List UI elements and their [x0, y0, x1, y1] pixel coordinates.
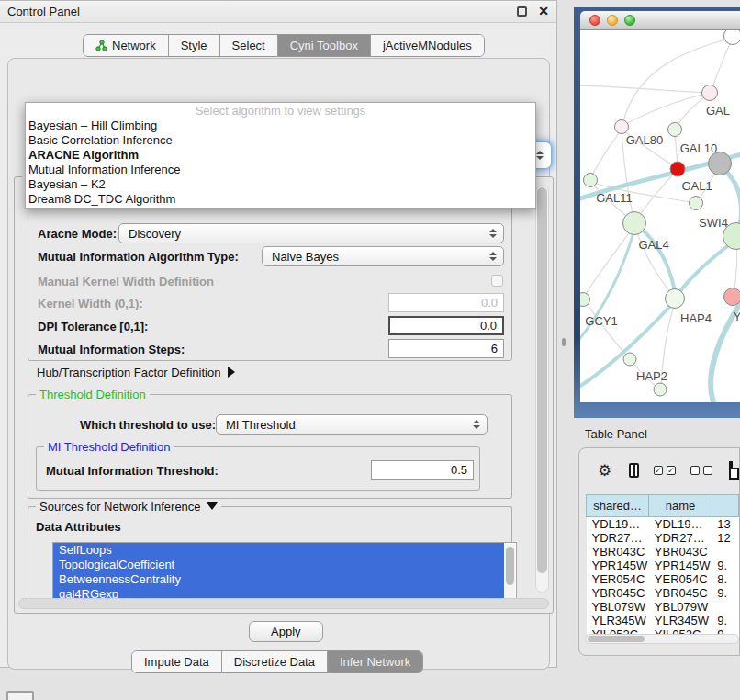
cell-value[interactable]: 12	[712, 531, 738, 545]
cell-shared[interactable]: YBL079W	[587, 600, 649, 614]
cell-value[interactable]: 13	[712, 517, 738, 532]
dropdown-item[interactable]: Bayesian – K2	[26, 177, 535, 192]
settings-vertical-scrollbar[interactable]	[535, 185, 549, 593]
table-row[interactable]: YER054CYER054C8.	[587, 572, 739, 586]
cell-value[interactable]: 9.	[712, 586, 738, 600]
gear-icon[interactable]: ⚙	[598, 463, 611, 479]
cell-name[interactable]: YDL19…	[649, 517, 712, 532]
network-node[interactable]	[701, 85, 718, 101]
tab-select[interactable]: Select	[219, 35, 277, 56]
column-header-name[interactable]: name	[649, 495, 712, 517]
tab-impute-data[interactable]: Impute Data	[132, 651, 221, 672]
cell-name[interactable]: YDR27…	[649, 531, 712, 545]
scrollbar-thumb[interactable]	[506, 547, 514, 585]
data-attributes-label: Data Attributes	[36, 520, 121, 534]
settings-horizontal-scrollbar[interactable]	[18, 598, 549, 609]
panel-divider-handle[interactable]	[562, 338, 566, 346]
list-item[interactable]: SelfLoops	[53, 543, 504, 558]
dropdown-item[interactable]: Basic Correlation Inference	[26, 133, 535, 148]
column-header-partial[interactable]	[712, 495, 738, 517]
table-row[interactable]: YDL19…YDL19…13	[587, 517, 739, 532]
close-icon[interactable]: ✕	[538, 6, 549, 17]
network-window-titlebar[interactable]	[580, 11, 740, 30]
cell-shared[interactable]: YDL19…	[587, 517, 649, 532]
control-panel-title: Control Panel	[7, 5, 80, 18]
cell-shared[interactable]: YBR045C	[587, 586, 649, 600]
deselect-all-checkboxes-icon[interactable]	[690, 466, 712, 475]
list-vertical-scrollbar[interactable]	[505, 544, 515, 601]
table-row[interactable]: YBR043CYBR043C	[587, 545, 739, 559]
window-close-icon[interactable]	[589, 15, 600, 26]
manual-kernel-checkbox[interactable]	[491, 275, 503, 287]
data-attributes-list[interactable]: SelfLoops TopologicalCoefficient Between…	[52, 542, 517, 601]
cell-shared[interactable]: YPR145W	[587, 559, 649, 572]
network-node[interactable]	[667, 122, 682, 137]
tab-network[interactable]: Network	[84, 35, 168, 56]
float-window-icon[interactable]	[517, 6, 527, 17]
scrollbar-thumb[interactable]	[588, 636, 645, 642]
cell-shared[interactable]: YBR043C	[587, 545, 649, 559]
table-row[interactable]: YDR27…YDR27…12	[587, 531, 739, 545]
which-threshold-combobox[interactable]: MI Threshold	[216, 414, 488, 435]
apply-button[interactable]: Apply	[249, 621, 323, 642]
cell-name[interactable]: YBR043C	[649, 545, 712, 559]
dropdown-placeholder: Select algorithm to view settings	[26, 103, 535, 119]
table-row[interactable]: YBR045CYBR045C9.	[587, 586, 739, 600]
table-row[interactable]: YLR345WYLR345W9.	[587, 614, 739, 627]
scrollbar-thumb[interactable]	[537, 187, 547, 573]
select-all-checkboxes-icon[interactable]: ✓ ✓	[654, 466, 676, 475]
cell-shared[interactable]: YLR345W	[587, 614, 649, 627]
cell-value[interactable]: 8.	[712, 572, 738, 586]
network-canvas[interactable]: GALGAL80GAL10GAL1GAL11SWI4GAL4GCY1HAP4YH…	[580, 30, 740, 402]
network-node[interactable]	[583, 173, 598, 187]
cell-value[interactable]: 9.	[712, 614, 738, 627]
tab-discretize-data[interactable]: Discretize Data	[221, 651, 327, 672]
window-minimize-icon[interactable]	[607, 15, 618, 26]
cell-value[interactable]	[712, 545, 738, 559]
new-table-icon[interactable]	[729, 461, 739, 480]
list-item[interactable]: TopologicalCoefficient	[53, 558, 504, 572]
network-node[interactable]	[723, 288, 740, 306]
dropdown-item-selected[interactable]: ARACNE Algorithm	[26, 148, 535, 163]
table-horizontal-scrollbar[interactable]	[585, 634, 739, 644]
table-row[interactable]: YBL079WYBL079W	[587, 600, 739, 614]
network-node[interactable]	[665, 288, 685, 309]
table-row[interactable]: YPR145WYPR145W9.	[587, 559, 739, 572]
network-node[interactable]	[723, 30, 740, 45]
cell-shared[interactable]: YDR27…	[587, 531, 649, 545]
aracne-mode-combobox[interactable]: Discovery	[118, 223, 504, 243]
mi-type-combobox[interactable]: Naive Bayes	[262, 246, 504, 266]
network-node[interactable]	[689, 196, 703, 210]
tab-style[interactable]: Style	[168, 35, 219, 56]
network-node[interactable]	[654, 383, 667, 397]
minimized-panel-icon[interactable]	[6, 691, 34, 700]
column-header-shared[interactable]: shared…	[587, 495, 649, 517]
mi-steps-field[interactable]: 6	[388, 339, 504, 358]
cell-name[interactable]: YER054C	[649, 572, 712, 586]
cell-value[interactable]: 9.	[712, 559, 738, 572]
network-node[interactable]	[622, 211, 646, 235]
tab-cyni-toolbox[interactable]: Cyni Toolbox	[277, 35, 370, 56]
cell-name[interactable]: YLR345W	[649, 614, 712, 627]
dropdown-item[interactable]: Dream8 DC_TDC Algorithm	[26, 192, 535, 207]
cell-value[interactable]	[712, 600, 738, 614]
which-threshold-value: MI Threshold	[226, 418, 296, 432]
mi-threshold-field[interactable]: 0.5	[371, 460, 474, 480]
list-item[interactable]: BetweennessCentrality	[53, 572, 504, 587]
tab-jactivemnodules[interactable]: jActiveMNodules	[370, 35, 484, 56]
network-node[interactable]	[708, 152, 732, 175]
cell-name[interactable]: YPR145W	[649, 559, 712, 572]
dropdown-item[interactable]: Mutual Information Inference	[26, 163, 535, 177]
column-layout-icon[interactable]	[629, 463, 639, 478]
kernel-width-value: 0.0	[481, 296, 498, 310]
network-node[interactable]	[670, 162, 686, 177]
cell-shared[interactable]: YER054C	[587, 572, 649, 586]
cell-name[interactable]: YBR045C	[649, 586, 712, 600]
tab-infer-network[interactable]: Infer Network	[327, 651, 422, 672]
hub-definition-expander[interactable]: Hub/Transcription Factor Definition	[37, 366, 235, 379]
dpi-tolerance-field[interactable]: 0.0	[388, 316, 504, 335]
dropdown-item[interactable]: Bayesian – Hill Climbing	[26, 119, 535, 133]
cell-name[interactable]: YBL079W	[649, 600, 712, 614]
network-node[interactable]	[623, 353, 637, 367]
window-zoom-icon[interactable]	[624, 15, 635, 26]
